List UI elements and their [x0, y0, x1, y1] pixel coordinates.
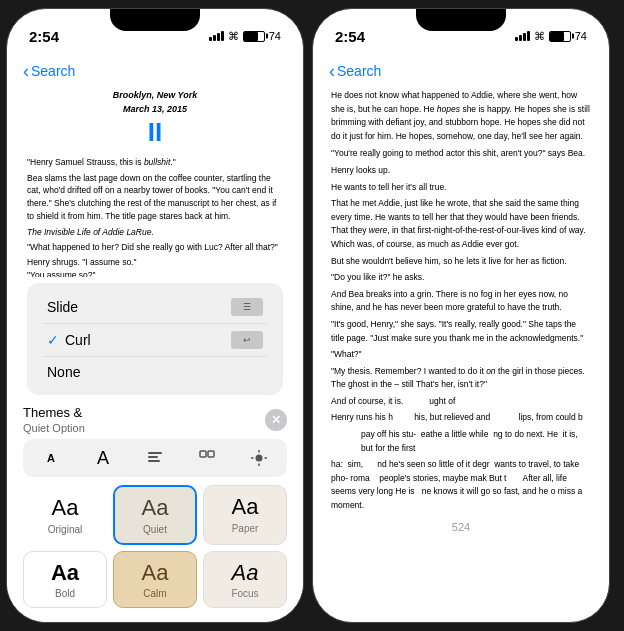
- right-p8: And Bea breaks into a grin. There is no …: [331, 288, 591, 315]
- right-p5: That he met Addie, just like he wrote, t…: [331, 197, 591, 251]
- book-p4: "What happened to her? Did she really go…: [27, 241, 283, 254]
- theme-quiet-aa: Aa: [123, 495, 187, 521]
- curl-label: Curl: [65, 332, 91, 348]
- right-back-button[interactable]: ‹ Search: [329, 62, 381, 80]
- left-back-button[interactable]: ‹ Search: [23, 62, 75, 80]
- slide-options: Slide ☰ ✓ Curl ↩: [27, 283, 283, 395]
- right-p9: "It's good, Henry," she says. "It's real…: [331, 318, 591, 345]
- theme-paper-label: Paper: [212, 523, 278, 534]
- right-battery-icon: [549, 31, 571, 42]
- wifi-icon: ⌘: [228, 30, 239, 43]
- right-p11: "My thesis. Remember? I wanted to do it …: [331, 365, 591, 392]
- left-phone: 2:54 ⌘ 74 ‹ Search: [6, 8, 304, 623]
- theme-original-aa: Aa: [33, 495, 97, 521]
- left-status-bar: 2:54 ⌘ 74: [7, 9, 303, 53]
- right-nav-bar: ‹ Search: [313, 53, 609, 89]
- right-notch: [416, 9, 506, 31]
- right-status-icons: ⌘ 74: [515, 30, 587, 43]
- left-status-icons: ⌘ 74: [209, 30, 281, 43]
- chapter-number: II: [27, 116, 283, 150]
- right-p1: He does not know what happened to Addie,…: [331, 89, 591, 143]
- svg-rect-1: [148, 456, 158, 458]
- theme-original-label: Original: [33, 524, 97, 535]
- right-p3: Henry looks up.: [331, 164, 591, 178]
- slide-options-container: Slide ☰ ✓ Curl ↩: [7, 277, 303, 399]
- book-p1: "Henry Samuel Strauss, this is bullshit.…: [27, 156, 283, 169]
- right-status-bar: 2:54 ⌘ 74: [313, 9, 609, 53]
- right-book-text: He does not know what happened to Addie,…: [331, 89, 591, 513]
- svg-rect-3: [200, 451, 206, 457]
- right-time: 2:54: [335, 28, 365, 45]
- layout-button[interactable]: [189, 443, 225, 473]
- theme-calm-label: Calm: [122, 588, 188, 599]
- theme-bold-card[interactable]: Aa Bold: [23, 551, 107, 608]
- curl-icon: ↩: [231, 331, 263, 349]
- svg-rect-2: [148, 460, 160, 462]
- brightness-button[interactable]: [241, 443, 277, 473]
- theme-quiet-label: Quiet: [123, 524, 187, 535]
- brightness-icon: [250, 449, 268, 467]
- book-header: Brooklyn, New York March 13, 2015 II: [27, 89, 283, 150]
- themes-header: Themes & Quiet Option ✕: [23, 405, 287, 435]
- right-p12: And of course, it is. ught of: [331, 395, 591, 409]
- toolbar-row: A A: [23, 439, 287, 477]
- battery-icon: [243, 31, 265, 42]
- book-p3: The Invisible Life of Addie LaRue.: [27, 226, 283, 239]
- page-number: 524: [313, 513, 609, 541]
- right-p13: Henry runs his h his, but relieved and l…: [331, 411, 591, 425]
- slide-option-none[interactable]: None: [43, 357, 267, 387]
- svg-rect-4: [208, 451, 214, 457]
- themes-title: Themes & Quiet Option: [23, 405, 85, 435]
- theme-focus-aa: Aa: [212, 560, 278, 586]
- right-battery-label: 74: [575, 30, 587, 42]
- themes-grid: Aa Original Aa Quiet Aa: [23, 485, 287, 618]
- theme-paper-aa: Aa: [212, 494, 278, 520]
- none-label: None: [47, 364, 80, 380]
- curl-checkmark: ✓: [47, 332, 59, 348]
- left-back-label: Search: [31, 63, 75, 79]
- theme-calm-card[interactable]: Aa Calm: [113, 551, 197, 608]
- right-p15: ha: sim, nd he's seen so little of it de…: [331, 458, 591, 512]
- quiet-option-label: Quiet Option: [23, 422, 85, 434]
- right-back-arrow-icon: ‹: [329, 62, 335, 80]
- font-large-button[interactable]: A: [85, 443, 121, 473]
- font-small-button[interactable]: A: [33, 443, 69, 473]
- font-type-button[interactable]: [137, 443, 173, 473]
- left-time: 2:54: [29, 28, 59, 45]
- svg-rect-0: [148, 452, 162, 454]
- theme-bold-aa: Aa: [32, 560, 98, 586]
- close-button[interactable]: ✕: [265, 409, 287, 431]
- right-back-label: Search: [337, 63, 381, 79]
- right-phone: 2:54 ⌘ 74 ‹ Search: [312, 8, 610, 623]
- theme-focus-label: Focus: [212, 588, 278, 599]
- right-p6: But she wouldn't believe him, so he lets…: [331, 255, 591, 269]
- right-p4: He wants to tell her it's all true.: [331, 181, 591, 195]
- theme-focus-card[interactable]: Aa Focus: [203, 551, 287, 608]
- book-p2: Bea slams the last page down on the coff…: [27, 172, 283, 223]
- font-icon: [146, 449, 164, 467]
- right-p2: "You're really going to method actor thi…: [331, 147, 591, 161]
- theme-original-card[interactable]: Aa Original: [23, 485, 107, 544]
- battery-label: 74: [269, 30, 281, 42]
- slide-option-curl[interactable]: ✓ Curl ↩: [43, 324, 267, 357]
- right-book-container: He does not know what happened to Addie,…: [313, 89, 609, 513]
- right-signal-icon: [515, 31, 530, 41]
- theme-quiet-card[interactable]: Aa Quiet: [113, 485, 197, 544]
- book-date: March 13, 2015: [27, 103, 283, 117]
- book-location: Brooklyn, New York: [27, 89, 283, 103]
- right-p7: "Do you like it?" he asks.: [331, 271, 591, 285]
- right-p14: pay off his stu- eathe a little while ng…: [331, 428, 591, 455]
- slide-label: Slide: [47, 299, 78, 315]
- signal-icon: [209, 31, 224, 41]
- right-p10: "What?": [331, 348, 591, 362]
- theme-bold-label: Bold: [32, 588, 98, 599]
- layout-icon: [198, 449, 216, 467]
- left-nav-bar: ‹ Search: [7, 53, 303, 89]
- theme-paper-card[interactable]: Aa Paper: [203, 485, 287, 544]
- slide-icon: ☰: [231, 298, 263, 316]
- themes-section: Themes & Quiet Option ✕ A A: [7, 399, 303, 622]
- theme-calm-aa: Aa: [122, 560, 188, 586]
- slide-option-slide[interactable]: Slide ☰: [43, 291, 267, 324]
- left-notch: [110, 9, 200, 31]
- svg-point-5: [256, 455, 263, 462]
